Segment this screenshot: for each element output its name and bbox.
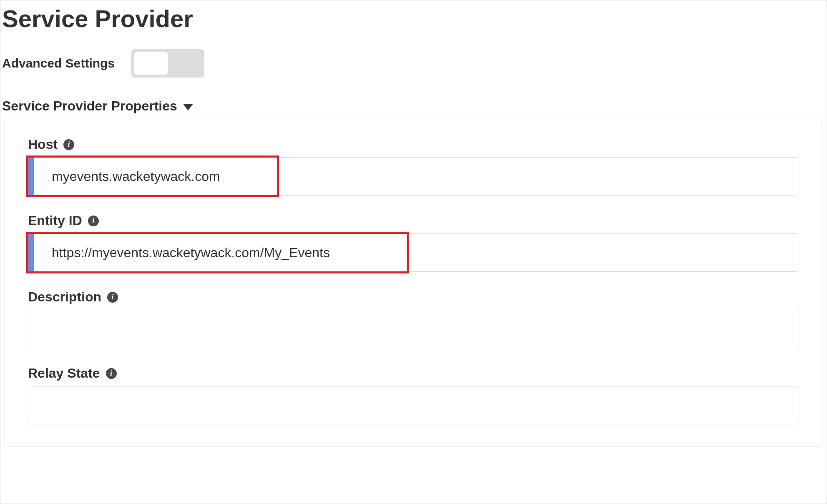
advanced-settings-label: Advanced Settings — [2, 56, 115, 70]
entity-id-input[interactable] — [28, 233, 799, 272]
info-icon[interactable]: i — [106, 368, 117, 379]
relay-state-field-group: Relay State i — [28, 366, 799, 424]
caret-down-icon — [183, 104, 193, 110]
info-icon[interactable]: i — [88, 216, 99, 226]
description-field-group: Description i — [28, 289, 799, 348]
toggle-knob — [134, 52, 168, 75]
section-title: Service Provider Properties — [2, 98, 177, 114]
relay-state-input[interactable] — [28, 386, 799, 424]
info-icon[interactable]: i — [63, 139, 74, 150]
properties-panel: Host i Entity ID i Description i R — [5, 120, 822, 446]
host-label: Host — [28, 137, 58, 152]
info-icon[interactable]: i — [107, 292, 118, 303]
service-provider-properties-header[interactable]: Service Provider Properties — [0, 94, 827, 120]
entity-id-field-group: Entity ID i — [28, 213, 799, 272]
host-field-group: Host i — [28, 137, 799, 196]
relay-state-label: Relay State — [28, 366, 100, 381]
entity-id-label: Entity ID — [28, 213, 82, 228]
description-input[interactable] — [28, 310, 799, 348]
input-accent-bar — [28, 157, 34, 196]
host-input[interactable] — [28, 157, 799, 196]
description-label: Description — [28, 289, 101, 305]
input-accent-bar — [28, 233, 34, 272]
advanced-settings-toggle[interactable] — [131, 49, 204, 78]
advanced-settings-row: Advanced Settings — [0, 41, 827, 94]
page-title: Service Provider — [0, 0, 827, 41]
